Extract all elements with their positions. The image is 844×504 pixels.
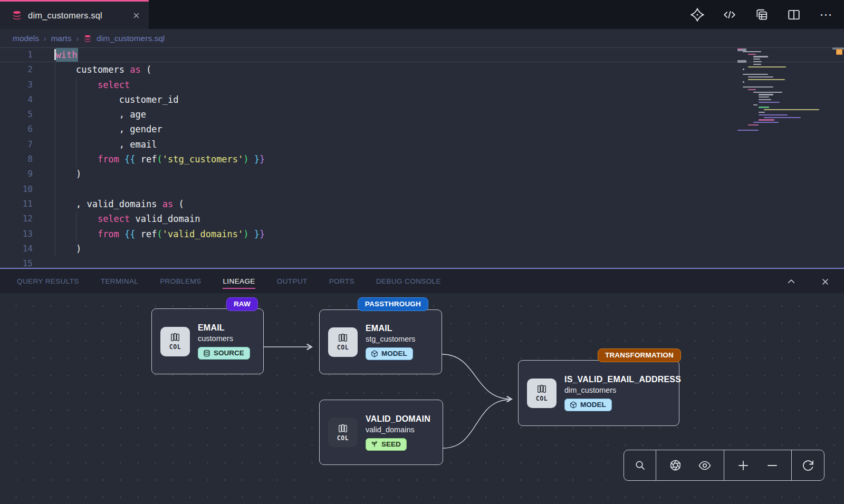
resource-type-badge-seed: SEED xyxy=(366,438,407,451)
database-icon xyxy=(83,34,92,43)
dbt-icon[interactable] xyxy=(687,4,708,25)
minimap-line xyxy=(743,81,744,82)
code-line[interactable]: 6 , gender xyxy=(0,122,844,137)
code-line[interactable]: 15 xyxy=(0,256,844,268)
column-name: IS_VALID_EMAIL_ADDRESS xyxy=(564,375,681,384)
lineage-node-customers[interactable]: RAW COL EMAIL customers SOURCE xyxy=(151,308,264,374)
breadcrumb: models › marts › dim_customers.sql xyxy=(0,29,844,47)
lineage-kind-badge-passthrough: PASSTHROUGH xyxy=(358,297,428,311)
code-line[interactable]: 5 , age xyxy=(0,107,844,122)
panel-collapse-icon[interactable] xyxy=(781,271,802,292)
panel-tab-lineage[interactable]: LINEAGE xyxy=(223,277,255,289)
minimap-line xyxy=(748,124,759,125)
line-number: 9 xyxy=(0,167,33,181)
line-number: 8 xyxy=(0,152,33,167)
column-name: EMAIL xyxy=(366,324,415,333)
panel-tab-terminal[interactable]: TERMINAL xyxy=(101,277,138,285)
more-actions-icon[interactable]: ⋯ xyxy=(816,4,837,25)
bottom-panel-header: QUERY RESULTSTERMINALPROBLEMSLINEAGEOUTP… xyxy=(0,268,844,293)
minimap-line xyxy=(759,106,769,108)
panel-tab-problems[interactable]: PROBLEMS xyxy=(160,277,201,285)
split-editor-icon[interactable] xyxy=(783,4,804,25)
indent-guide xyxy=(76,77,76,167)
lineage-node-stg-customers[interactable]: PASSTHROUGH COL EMAIL stg_customers MODE… xyxy=(319,309,442,374)
minimap-line xyxy=(759,102,780,103)
minimap-line xyxy=(759,114,788,115)
lineage-kind-badge-transformation: TRANSFORMATION xyxy=(598,348,681,362)
resource-type-badge-model: MODEL xyxy=(366,347,413,360)
column-name: VALID_DOMAIN xyxy=(366,414,430,424)
editor-tab-dim-customers[interactable]: dim_customers.sql xyxy=(0,0,149,29)
minimap-selection-mark xyxy=(737,60,746,63)
code-line[interactable]: 1with xyxy=(0,47,844,62)
minimap-line xyxy=(748,89,756,90)
zoom-out-icon[interactable] xyxy=(762,455,783,476)
query-results-table-icon[interactable] xyxy=(751,4,772,25)
minimap-line xyxy=(748,54,756,55)
panel-close-icon[interactable] xyxy=(814,271,836,292)
code-line[interactable]: 14 ) xyxy=(0,241,844,256)
line-number: 14 xyxy=(0,241,33,256)
lineage-node-dim-customers[interactable]: TRANSFORMATION COL IS_VALID_EMAIL_ADDRES… xyxy=(518,360,679,426)
lineage-kind-badge-raw: RAW xyxy=(226,297,258,311)
line-number: 2 xyxy=(0,62,33,77)
column-chip: COL xyxy=(527,379,557,408)
minimap-line xyxy=(743,51,761,52)
minimap-line xyxy=(759,99,771,100)
code-editor[interactable]: 1with2 customers as (3 select4 customer_… xyxy=(0,47,844,268)
aperture-icon[interactable] xyxy=(665,455,686,476)
line-number: 3 xyxy=(0,77,33,92)
code-line[interactable]: 8 from {{ ref('stg_customers') }} xyxy=(0,152,844,167)
line-number: 15 xyxy=(0,256,33,268)
code-line[interactable]: 10 xyxy=(0,182,844,197)
lineage-toolbar xyxy=(624,450,824,481)
tab-close-icon[interactable] xyxy=(132,12,140,20)
column-chip: COL xyxy=(160,327,190,356)
line-number: 12 xyxy=(0,211,33,226)
database-icon xyxy=(12,10,22,21)
panel-tab-query-results[interactable]: QUERY RESULTS xyxy=(17,277,79,285)
breadcrumb-file[interactable]: dim_customers.sql xyxy=(97,34,165,43)
code-line[interactable]: 4 customer_id xyxy=(0,92,844,107)
line-number: 6 xyxy=(0,122,33,137)
panel-tab-output[interactable]: OUTPUT xyxy=(277,277,308,285)
resource-type-badge-model: MODEL xyxy=(564,399,612,411)
minimap-line xyxy=(743,74,768,75)
code-line[interactable]: 9 ) xyxy=(0,167,844,181)
minimap-line xyxy=(759,112,765,113)
column-name: EMAIL xyxy=(198,323,250,333)
minimap-line xyxy=(759,119,774,120)
indent-guide xyxy=(55,63,55,256)
tab-strip: dim_customers.sql xyxy=(0,0,844,29)
model-name: stg_customers xyxy=(366,335,415,343)
code-line[interactable]: 13 from {{ ref('valid_domains') }} xyxy=(0,227,844,241)
model-name: customers xyxy=(198,334,250,343)
breadcrumb-marts[interactable]: marts xyxy=(51,34,72,43)
minimap-line xyxy=(737,49,743,50)
code-line[interactable]: 11 , valid_domains as ( xyxy=(0,197,844,211)
panel-tab-debug-console[interactable]: DEBUG CONSOLE xyxy=(376,277,441,285)
minimap-line xyxy=(748,76,773,77)
column-chip: COL xyxy=(328,327,358,357)
code-line[interactable]: 7 , email xyxy=(0,137,844,152)
code-line[interactable]: 2 customers as ( xyxy=(0,62,844,77)
code-view-icon[interactable] xyxy=(719,4,740,25)
line-number: 5 xyxy=(0,107,33,122)
search-icon[interactable] xyxy=(629,455,650,476)
code-line[interactable]: 12 select valid_domain xyxy=(0,211,844,226)
resource-type-badge-source: SOURCE xyxy=(198,347,250,360)
minimap-line xyxy=(764,117,801,118)
zoom-in-icon[interactable] xyxy=(733,455,754,476)
column-chip: COL xyxy=(328,418,358,447)
eye-icon[interactable] xyxy=(694,455,715,476)
line-number: 13 xyxy=(0,227,33,241)
lineage-canvas[interactable]: RAW COL EMAIL customers SOURCE PASSTHROU… xyxy=(0,293,844,504)
panel-tab-ports[interactable]: PORTS xyxy=(329,277,354,285)
code-line[interactable]: 3 select xyxy=(0,77,844,92)
minimap-line xyxy=(748,79,785,80)
refresh-icon[interactable] xyxy=(798,455,819,476)
line-number: 1 xyxy=(0,48,33,62)
breadcrumb-models[interactable]: models xyxy=(13,34,39,43)
model-name: valid_domains xyxy=(366,425,430,434)
lineage-node-valid-domains[interactable]: COL VALID_DOMAIN valid_domains SEED xyxy=(319,400,443,465)
